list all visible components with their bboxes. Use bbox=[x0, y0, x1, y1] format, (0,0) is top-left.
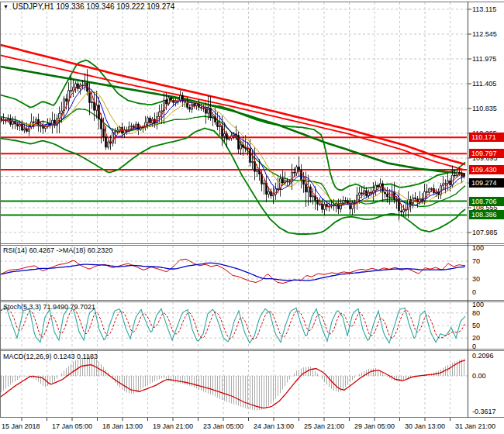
chart-window: ▼USDJPY,H1 109.336 109.346 109.222 109.2… bbox=[0, 0, 504, 434]
rsi-scale-label: 30 bbox=[472, 275, 480, 283]
time-axis-label: 31 Jan 21:00 bbox=[455, 422, 495, 430]
symbol-ohlc-title: USDJPY,H1 109.336 109.346 109.222 109.27… bbox=[12, 2, 174, 11]
price-tick-label: 113.115 bbox=[472, 5, 496, 13]
time-axis-label: 15 Jan 2018 bbox=[2, 422, 40, 430]
time-axis-label: 19 Jan 21:00 bbox=[153, 422, 193, 430]
rsi-scale-label: 70 bbox=[472, 257, 480, 265]
time-axis-label: 18 Jan 13:00 bbox=[102, 422, 143, 430]
time-axis-label: 17 Jan 05:00 bbox=[52, 422, 92, 430]
stoch-scale-label: 80 bbox=[472, 309, 480, 317]
rsi-indicator-label: RSI(14) 60.4267 ->MA(18) 60.2320 bbox=[3, 246, 112, 254]
price-tick-label: 111.405 bbox=[472, 80, 496, 88]
time-axis-label: 25 Jan 21:00 bbox=[304, 422, 344, 430]
time-axis-label: 29 Jan 05:00 bbox=[354, 422, 395, 430]
time-axis-label: 23 Jan 05:00 bbox=[203, 422, 243, 430]
stoch-indicator-label: Stoch(5,3,3) 71.9490 79.7021 bbox=[3, 303, 95, 311]
rsi-scale-label: 100 bbox=[472, 244, 484, 252]
price-tick-label: 107.985 bbox=[472, 229, 498, 236]
stoch-scale-label: 50 bbox=[472, 322, 480, 329]
macd-scale-label: 0.00 bbox=[472, 372, 486, 380]
time-axis-label: 30 Jan 13:00 bbox=[405, 422, 445, 430]
chart-header: ▼USDJPY,H1 109.336 109.346 109.222 109.2… bbox=[3, 2, 174, 11]
price-tick-label: 111.975 bbox=[472, 55, 496, 63]
resistance-price-badge: 109.797 bbox=[469, 149, 504, 158]
stoch-scale-label: 0 bbox=[472, 343, 476, 350]
resistance-price-badge: 109.430 bbox=[469, 165, 504, 174]
rsi-scale-label: 0 bbox=[472, 288, 476, 296]
stoch-scale-label: 20 bbox=[472, 334, 480, 342]
macd-scale-label: -0.3617 bbox=[472, 408, 496, 415]
price-tick-label: 110.835 bbox=[472, 105, 497, 112]
resistance-price-badge: 110.171 bbox=[469, 133, 504, 142]
macd-scale-label: 0.2096 bbox=[472, 352, 494, 360]
price-tick-label: 112.545 bbox=[472, 30, 497, 38]
chart-canvas[interactable] bbox=[0, 0, 504, 434]
time-axis-label: 24 Jan 13:00 bbox=[254, 422, 294, 430]
stoch-scale-label: 100 bbox=[472, 301, 484, 308]
macd-indicator-label: MACD(12,26,9) 0.1243 0.1183 bbox=[3, 353, 98, 360]
support-price-badge: 108.706 bbox=[469, 197, 504, 206]
current-price-badge: 109.274 bbox=[469, 178, 504, 188]
symbol-dropdown-icon[interactable]: ▼ bbox=[3, 4, 9, 9]
support-price-badge: 108.386 bbox=[469, 210, 504, 219]
